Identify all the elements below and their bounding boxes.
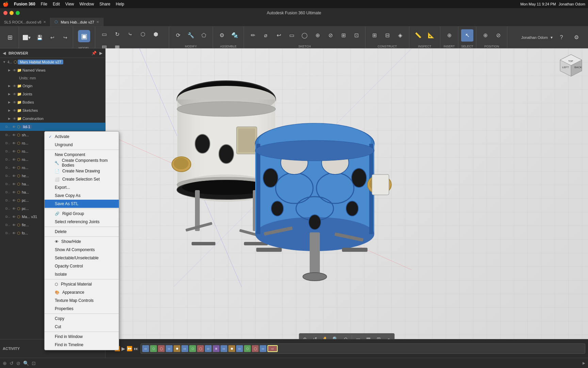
construct-icon-1[interactable]: ⊞	[368, 29, 380, 42]
tree-joints[interactable]: ▶ 👁 📁 Joints	[0, 90, 105, 98]
select-icon-1[interactable]: ↖	[461, 29, 473, 42]
menu-share[interactable]: Share	[99, 2, 110, 6]
redo-button[interactable]: ↪	[59, 31, 71, 44]
browser-collapse-left[interactable]: ◀	[3, 51, 6, 56]
tl-item-13[interactable]: ▭	[236, 345, 243, 352]
status-icon-2[interactable]: ↺	[10, 361, 14, 366]
tl-item-11[interactable]: ▭	[220, 345, 227, 352]
window-close[interactable]	[3, 11, 7, 15]
tl-play[interactable]: ▶	[121, 346, 125, 351]
inspect-icon-2[interactable]: 📐	[425, 29, 437, 42]
cm-unground[interactable]: Unground	[45, 141, 119, 149]
sketch-icon-8[interactable]: ⊞	[337, 29, 349, 42]
tab-mars-close[interactable]: ✕	[96, 20, 99, 24]
tab-sls-close[interactable]: ✕	[43, 20, 46, 24]
tl-item-9[interactable]: ▭	[205, 345, 212, 352]
tl-end[interactable]: ⏭	[134, 346, 138, 351]
position-icon-2[interactable]: ⊘	[492, 29, 504, 42]
timeline-track[interactable]: ▭ ⬡ ◯ ▭ ⬢ ▭ ⬡ ◯ ▭ ⊞ ▭ ⬢ ▭ ⬡ ◯ ▭ ▭	[141, 343, 585, 354]
tl-item-2[interactable]: ⬡	[150, 345, 157, 352]
tl-item-7[interactable]: ⬡	[189, 345, 196, 352]
cm-appearance[interactable]: 🎨 Appearance	[45, 288, 119, 296]
cm-save-as-stl[interactable]: Save As STL	[45, 200, 119, 208]
modify-icon-3[interactable]: ⬠	[198, 29, 210, 42]
sketch-icon-6[interactable]: ⊕	[311, 29, 324, 42]
tl-item-5[interactable]: ⬢	[174, 345, 180, 352]
settings-button[interactable]: ⚙	[570, 31, 583, 44]
cm-copy[interactable]: Copy	[45, 315, 119, 323]
apps-icon[interactable]: ⊞	[4, 31, 16, 44]
tl-item-12[interactable]: ⬢	[228, 345, 235, 352]
tl-item-3[interactable]: ◯	[158, 345, 165, 352]
menu-fusion360[interactable]: Fusion 360	[14, 2, 35, 6]
cm-physical-material[interactable]: ⬡ Physical Material	[45, 280, 119, 288]
status-icon-3[interactable]: ⊘	[16, 361, 20, 366]
cm-selection-set[interactable]: ⬜ Create Selection Set	[45, 175, 119, 183]
tl-item-1[interactable]: ▭	[142, 345, 149, 352]
browser-pin[interactable]: 📌	[92, 51, 97, 56]
cm-activate[interactable]: ✓ Activate	[45, 133, 119, 141]
assemble-icon-2[interactable]: 🔩	[229, 29, 241, 42]
menu-help[interactable]: Help	[116, 2, 124, 6]
menu-view[interactable]: View	[65, 2, 74, 6]
apple-menu[interactable]: 🍎	[3, 1, 9, 7]
sketch-icon-2[interactable]: ⌀	[260, 29, 272, 42]
tl-item-14[interactable]: ⬡	[244, 345, 251, 352]
sketch-icon-5[interactable]: ◯	[298, 29, 311, 42]
menu-edit[interactable]: Edit	[53, 2, 60, 6]
window-minimize[interactable]	[10, 11, 14, 15]
cm-isolate[interactable]: Isolate	[45, 270, 119, 278]
status-icon-5[interactable]: ⊡	[32, 361, 36, 366]
sketch-icon-7[interactable]: ⊘	[324, 29, 337, 42]
menu-window[interactable]: Window	[80, 2, 94, 6]
sketch-icon-3[interactable]: ↩	[273, 29, 285, 42]
toolbar-dropdown[interactable]: ▾	[551, 35, 553, 40]
cm-find-window[interactable]: Find in Window	[45, 333, 119, 341]
menu-file[interactable]: File	[41, 2, 47, 6]
status-icon-4[interactable]: 🔍	[23, 361, 29, 366]
tree-named-views[interactable]: ▶ 👁 📁 Named Views	[0, 66, 105, 74]
tree-component-0[interactable]: D... 👁 ⬡ lid-1	[0, 123, 105, 131]
cm-find-timeline[interactable]: Find in Timeline	[45, 341, 119, 349]
cm-properties[interactable]: Properties	[45, 305, 119, 313]
nav-cube[interactable]: BACK LEFT TOP	[557, 52, 585, 79]
cm-show-hide[interactable]: 👁 Show/Hide	[45, 237, 119, 246]
status-icon-1[interactable]: ⊕	[3, 361, 7, 366]
tree-sketches[interactable]: ▶ 👁 📁 Sketches	[0, 106, 105, 114]
undo-button[interactable]: ↩	[46, 31, 59, 44]
cm-delete[interactable]: Delete	[45, 228, 119, 236]
cm-new-component[interactable]: New Component	[45, 151, 119, 159]
sketch-icon-9[interactable]: ⊡	[350, 29, 362, 42]
tree-construction[interactable]: ▶ 👁 📁 Construction	[0, 114, 105, 123]
position-icon-1[interactable]: ⊕	[479, 29, 491, 42]
tl-item-15[interactable]: ◯	[252, 345, 259, 352]
create-icon-3[interactable]: ⤷	[124, 28, 136, 40]
tl-item-17[interactable]: ▭	[267, 345, 278, 352]
cm-rigid-group[interactable]: 🔗 Rigid Group	[45, 210, 119, 218]
model-icon[interactable]: ▣	[76, 28, 92, 44]
new-button[interactable]: ⬜▾	[20, 31, 33, 44]
tree-bodies[interactable]: ▶ 👁 📁 Bodies	[0, 98, 105, 106]
create-icon-5[interactable]: ⬢	[150, 28, 162, 40]
inspect-icon-1[interactable]: 📏	[412, 29, 424, 42]
tl-item-16[interactable]: ▭	[260, 345, 266, 352]
window-maximize[interactable]	[16, 11, 20, 15]
tab-sls[interactable]: SLS ROCK...duced v8 ✕	[0, 18, 50, 26]
viewport[interactable]: BACK LEFT TOP ⊕ ↺ ✋ 🔍 ⊖ ▭ ▦ ⊞ ▾	[105, 48, 588, 348]
save-button[interactable]: 💾	[33, 31, 46, 44]
sketch-icon-4[interactable]: ▭	[285, 29, 298, 42]
browser-collapse-right[interactable]: ▶	[99, 51, 102, 56]
cm-save-copy-as[interactable]: Save Copy As	[45, 191, 119, 200]
tree-origin[interactable]: ▶ 👁 📁 Origin	[0, 82, 105, 90]
modify-icon-1[interactable]: ⟳	[172, 29, 184, 42]
cm-opacity[interactable]: Opacity Control	[45, 262, 119, 270]
cm-texture-map[interactable]: Texture Map Controls	[45, 296, 119, 305]
insert-icon-1[interactable]: ⊕	[443, 29, 455, 42]
create-icon-4[interactable]: ⬡	[137, 28, 149, 40]
create-icon-1[interactable]: ▭	[98, 28, 110, 40]
create-icon-2[interactable]: ↻	[111, 28, 123, 40]
modify-icon-2[interactable]: 🔧	[185, 29, 197, 42]
help-button[interactable]: ?	[555, 31, 568, 44]
tl-item-4[interactable]: ▭	[166, 345, 173, 352]
cm-show-all[interactable]: Show All Components	[45, 246, 119, 254]
